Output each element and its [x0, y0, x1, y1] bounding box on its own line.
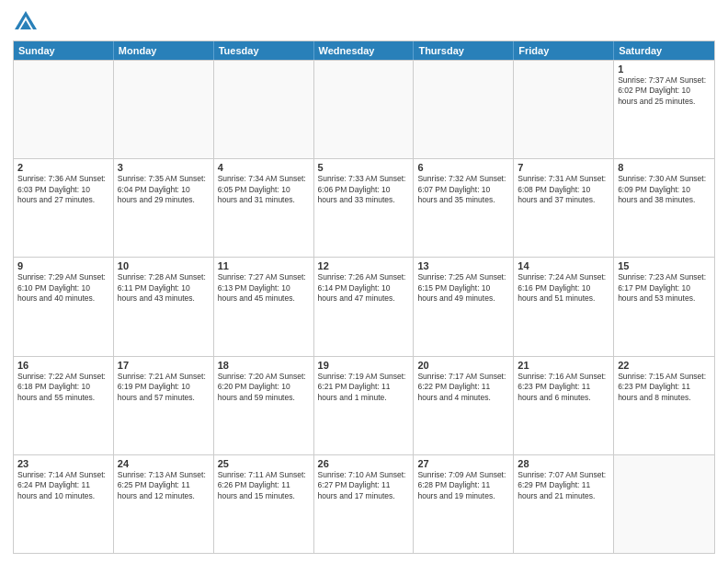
day-number: 19	[318, 360, 410, 371]
day-cell-11: 11Sunrise: 7:27 AM Sunset: 6:13 PM Dayli…	[214, 258, 314, 355]
day-number: 28	[518, 458, 609, 469]
day-number: 13	[417, 260, 509, 271]
day-cell-28: 28Sunrise: 7:07 AM Sunset: 6:29 PM Dayli…	[514, 455, 614, 553]
day-cell-12: 12Sunrise: 7:26 AM Sunset: 6:14 PM Dayli…	[314, 258, 415, 355]
day-cell-26: 26Sunrise: 7:10 AM Sunset: 6:27 PM Dayli…	[314, 455, 415, 553]
day-cell-22: 22Sunrise: 7:15 AM Sunset: 6:23 PM Dayli…	[614, 357, 714, 454]
day-cell-23: 23Sunrise: 7:14 AM Sunset: 6:24 PM Dayli…	[14, 455, 114, 553]
day-info: Sunrise: 7:11 AM Sunset: 6:26 PM Dayligh…	[218, 470, 310, 501]
day-number: 14	[518, 260, 609, 271]
day-info: Sunrise: 7:25 AM Sunset: 6:15 PM Dayligh…	[417, 272, 509, 304]
day-number: 22	[618, 360, 711, 371]
day-info: Sunrise: 7:07 AM Sunset: 6:29 PM Dayligh…	[518, 470, 609, 501]
day-number: 21	[518, 360, 609, 371]
day-number: 4	[218, 162, 310, 173]
day-number: 26	[318, 458, 410, 469]
day-cell-25: 25Sunrise: 7:11 AM Sunset: 6:26 PM Dayli…	[214, 455, 314, 553]
day-info: Sunrise: 7:17 AM Sunset: 6:22 PM Dayligh…	[417, 372, 509, 403]
day-number: 2	[17, 162, 109, 173]
cal-week: 2Sunrise: 7:36 AM Sunset: 6:03 PM Daylig…	[14, 158, 714, 257]
day-info: Sunrise: 7:21 AM Sunset: 6:19 PM Dayligh…	[118, 372, 210, 403]
day-cell-13: 13Sunrise: 7:25 AM Sunset: 6:15 PM Dayli…	[414, 258, 514, 355]
day-info: Sunrise: 7:34 AM Sunset: 6:05 PM Dayligh…	[218, 174, 310, 205]
day-info: Sunrise: 7:31 AM Sunset: 6:08 PM Dayligh…	[518, 174, 609, 205]
day-cell-24: 24Sunrise: 7:13 AM Sunset: 6:25 PM Dayli…	[114, 455, 214, 553]
empty-cell	[14, 61, 114, 158]
empty-cell	[414, 61, 514, 158]
day-number: 6	[417, 162, 509, 173]
day-info: Sunrise: 7:32 AM Sunset: 6:07 PM Dayligh…	[417, 174, 509, 205]
day-info: Sunrise: 7:27 AM Sunset: 6:13 PM Dayligh…	[218, 272, 310, 304]
cal-header-cell: Sunday	[14, 41, 114, 60]
day-cell-4: 4Sunrise: 7:34 AM Sunset: 6:05 PM Daylig…	[214, 159, 314, 257]
day-cell-20: 20Sunrise: 7:17 AM Sunset: 6:22 PM Dayli…	[414, 357, 514, 454]
calendar-header: SundayMondayTuesdayWednesdayThursdayFrid…	[14, 41, 714, 60]
day-number: 20	[417, 360, 509, 371]
day-info: Sunrise: 7:13 AM Sunset: 6:25 PM Dayligh…	[118, 470, 210, 501]
day-info: Sunrise: 7:16 AM Sunset: 6:23 PM Dayligh…	[518, 372, 609, 403]
cal-header-cell: Thursday	[414, 41, 514, 60]
day-cell-10: 10Sunrise: 7:28 AM Sunset: 6:11 PM Dayli…	[114, 258, 214, 355]
day-number: 10	[118, 260, 210, 271]
day-number: 12	[318, 260, 410, 271]
day-number: 11	[218, 260, 310, 271]
day-cell-1: 1Sunrise: 7:37 AM Sunset: 6:02 PM Daylig…	[614, 61, 714, 158]
empty-cell	[314, 61, 415, 158]
day-info: Sunrise: 7:24 AM Sunset: 6:16 PM Dayligh…	[518, 272, 609, 304]
calendar-body: 1Sunrise: 7:37 AM Sunset: 6:02 PM Daylig…	[14, 60, 714, 553]
day-info: Sunrise: 7:37 AM Sunset: 6:02 PM Dayligh…	[618, 75, 711, 107]
day-info: Sunrise: 7:14 AM Sunset: 6:24 PM Dayligh…	[17, 470, 109, 501]
cal-week: 16Sunrise: 7:22 AM Sunset: 6:18 PM Dayli…	[14, 356, 714, 454]
cal-header-cell: Tuesday	[214, 41, 314, 60]
day-info: Sunrise: 7:15 AM Sunset: 6:23 PM Dayligh…	[618, 372, 711, 403]
day-number: 5	[318, 162, 410, 173]
day-cell-5: 5Sunrise: 7:33 AM Sunset: 6:06 PM Daylig…	[314, 159, 415, 257]
cal-week: 23Sunrise: 7:14 AM Sunset: 6:24 PM Dayli…	[14, 454, 714, 553]
day-cell-17: 17Sunrise: 7:21 AM Sunset: 6:19 PM Dayli…	[114, 357, 214, 454]
cal-week: 1Sunrise: 7:37 AM Sunset: 6:02 PM Daylig…	[14, 60, 714, 158]
day-cell-18: 18Sunrise: 7:20 AM Sunset: 6:20 PM Dayli…	[214, 357, 314, 454]
day-number: 23	[17, 458, 109, 469]
cal-header-cell: Saturday	[614, 41, 714, 60]
day-info: Sunrise: 7:30 AM Sunset: 6:09 PM Dayligh…	[618, 174, 711, 205]
empty-cell	[114, 61, 214, 158]
day-cell-27: 27Sunrise: 7:09 AM Sunset: 6:28 PM Dayli…	[414, 455, 514, 553]
empty-cell	[614, 455, 714, 553]
day-info: Sunrise: 7:22 AM Sunset: 6:18 PM Dayligh…	[17, 372, 109, 403]
cal-header-cell: Monday	[114, 41, 214, 60]
day-info: Sunrise: 7:29 AM Sunset: 6:10 PM Dayligh…	[17, 272, 109, 304]
day-cell-7: 7Sunrise: 7:31 AM Sunset: 6:08 PM Daylig…	[514, 159, 614, 257]
day-cell-3: 3Sunrise: 7:35 AM Sunset: 6:04 PM Daylig…	[114, 159, 214, 257]
day-info: Sunrise: 7:23 AM Sunset: 6:17 PM Dayligh…	[618, 272, 711, 304]
header	[13, 9, 715, 35]
day-number: 27	[417, 458, 509, 469]
day-info: Sunrise: 7:19 AM Sunset: 6:21 PM Dayligh…	[318, 372, 410, 403]
day-cell-15: 15Sunrise: 7:23 AM Sunset: 6:17 PM Dayli…	[614, 258, 714, 355]
day-info: Sunrise: 7:28 AM Sunset: 6:11 PM Dayligh…	[118, 272, 210, 304]
logo	[13, 9, 42, 35]
day-number: 16	[17, 360, 109, 371]
day-cell-21: 21Sunrise: 7:16 AM Sunset: 6:23 PM Dayli…	[514, 357, 614, 454]
cal-header-cell: Wednesday	[314, 41, 415, 60]
day-number: 18	[218, 360, 310, 371]
cal-header-cell: Friday	[514, 41, 614, 60]
day-info: Sunrise: 7:36 AM Sunset: 6:03 PM Dayligh…	[17, 174, 109, 205]
empty-cell	[514, 61, 614, 158]
day-cell-16: 16Sunrise: 7:22 AM Sunset: 6:18 PM Dayli…	[14, 357, 114, 454]
calendar: SundayMondayTuesdayWednesdayThursdayFrid…	[13, 40, 715, 554]
day-info: Sunrise: 7:26 AM Sunset: 6:14 PM Dayligh…	[318, 272, 410, 304]
day-info: Sunrise: 7:10 AM Sunset: 6:27 PM Dayligh…	[318, 470, 410, 501]
day-number: 24	[118, 458, 210, 469]
logo-icon	[13, 9, 39, 35]
day-number: 3	[118, 162, 210, 173]
day-cell-19: 19Sunrise: 7:19 AM Sunset: 6:21 PM Dayli…	[314, 357, 415, 454]
day-cell-14: 14Sunrise: 7:24 AM Sunset: 6:16 PM Dayli…	[514, 258, 614, 355]
day-number: 15	[618, 260, 711, 271]
day-number: 1	[618, 63, 711, 75]
day-info: Sunrise: 7:09 AM Sunset: 6:28 PM Dayligh…	[417, 470, 509, 501]
day-number: 7	[518, 162, 609, 173]
day-cell-8: 8Sunrise: 7:30 AM Sunset: 6:09 PM Daylig…	[614, 159, 714, 257]
day-info: Sunrise: 7:35 AM Sunset: 6:04 PM Dayligh…	[118, 174, 210, 205]
page: SundayMondayTuesdayWednesdayThursdayFrid…	[0, 0, 728, 563]
day-number: 8	[618, 162, 711, 173]
